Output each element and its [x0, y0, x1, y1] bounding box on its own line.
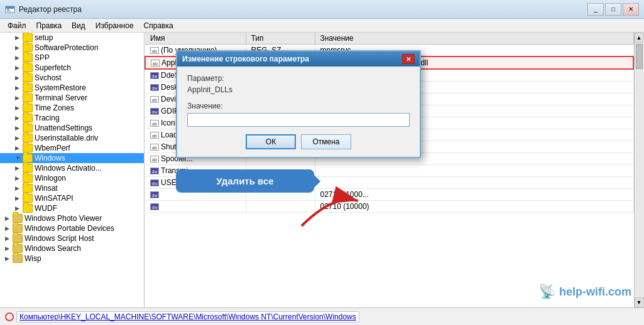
folder-icon	[23, 93, 33, 102]
tree-item-label: Windows Photo Viewer	[25, 214, 102, 223]
tree-item-tracing[interactable]: ▶ Tracing	[0, 113, 144, 123]
sidebar: ▶ setup ▶ SoftwareProtection ▶ SPP ▶ Sup…	[0, 33, 145, 307]
expand-arrow: ▶	[5, 245, 13, 252]
tree-item-label: Time Zones	[35, 104, 74, 112]
tree-item-label: Tracing	[35, 114, 60, 122]
svg-rect-3	[7, 11, 11, 11]
minimize-button[interactable]: _	[587, 3, 604, 16]
folder-icon	[23, 33, 33, 42]
folder-icon	[23, 184, 33, 193]
folder-icon	[13, 244, 23, 253]
tree-item-winlogon[interactable]: ▶ Winlogon	[0, 173, 144, 183]
tree-item-wisp[interactable]: ▶ Wisp	[0, 253, 144, 264]
dialog-title: Изменение строкового параметра	[182, 55, 309, 63]
folder-icon	[13, 234, 23, 243]
folder-icon	[23, 124, 33, 132]
tree-item-spp[interactable]: ▶ SPP	[0, 53, 144, 63]
tree-item-softwareprot[interactable]: ▶ SoftwareProtection	[0, 43, 144, 53]
wifi-icon: 📡	[538, 284, 555, 300]
tree-item-label: UnattendSettings	[35, 124, 92, 132]
tree-item-superfetch[interactable]: ▶ Superfetch	[0, 63, 144, 73]
tree-item-userinstall[interactable]: ▶ Userinstallable.driv	[0, 133, 144, 143]
tree-item-timezones[interactable]: ▶ Time Zones	[0, 103, 144, 113]
folder-icon	[23, 73, 33, 82]
tree-item-label: WbemPerf	[35, 144, 70, 152]
tree-item-wbemperf[interactable]: ▶ WbemPerf	[0, 143, 144, 153]
status-circle-icon	[5, 312, 14, 321]
expand-arrow: ▶	[15, 125, 23, 131]
tree-item-windows[interactable]: ▼ Windows	[0, 153, 144, 163]
window-title: Редактор реестра	[19, 5, 587, 14]
svg-rect-2	[7, 9, 9, 10]
tree-item-winphotoviewer[interactable]: ▶ Windows Photo Viewer	[0, 213, 144, 223]
param-label: Параметр:	[187, 74, 410, 83]
tree-item-terminalserver[interactable]: ▶ Terminal Server	[0, 93, 144, 103]
expand-arrow: ▶	[5, 225, 13, 232]
scrollbar-thumb[interactable]	[636, 44, 643, 69]
ab-icon: ab	[151, 60, 160, 67]
table-row[interactable]: dw02710 (1000...	[145, 189, 633, 201]
table-row[interactable]: dwUSERNe...	[145, 177, 633, 189]
cell-type	[246, 189, 315, 201]
menu-help[interactable]: Справка	[139, 20, 178, 31]
tree-item-wudf[interactable]: ▶ WUDF	[0, 203, 144, 213]
cancel-button[interactable]: Отмена	[301, 134, 351, 149]
tree-item-label: SystemRestore	[35, 83, 86, 92]
string-edit-dialog: Изменение строкового параметра ✕ Парамет…	[176, 50, 421, 158]
ok-button[interactable]: ОК	[246, 134, 296, 149]
folder-icon	[23, 144, 33, 152]
expand-arrow: ▶	[15, 95, 23, 101]
tree-item-label: Windows Activatio...	[35, 164, 102, 173]
folder-icon	[23, 164, 33, 173]
cell-name: Transmi...	[161, 166, 194, 175]
tree-item-label: Windows Search	[25, 244, 81, 253]
title-bar: Редактор реестра _ □ ✕	[0, 0, 644, 19]
tree-item-svchost[interactable]: ▶ Svchost	[0, 73, 144, 83]
expand-arrow: ▶	[5, 255, 13, 262]
tree-item-winsat[interactable]: ▶ Winsat	[0, 183, 144, 193]
dialog-close-button[interactable]: ✕	[402, 54, 415, 64]
tree-item-winsearch[interactable]: ▶ Windows Search	[0, 243, 144, 253]
expand-arrow: ▶	[15, 185, 23, 191]
expand-arrow: ▶	[15, 85, 23, 91]
value-input[interactable]	[187, 113, 410, 127]
tree-item-winsatapi[interactable]: ▶ WinSATAPI	[0, 193, 144, 203]
folder-icon	[23, 174, 33, 183]
menu-view[interactable]: Вид	[67, 20, 90, 31]
cell-value: 02710 (1000...	[315, 189, 633, 201]
col-name: Имя	[145, 33, 246, 45]
dw-icon: dw	[150, 179, 159, 186]
cell-type	[246, 165, 315, 177]
tree-item-systemrestore[interactable]: ▶ SystemRestore	[0, 83, 144, 93]
dw-icon: dw	[150, 84, 159, 91]
ab-icon: ab	[150, 144, 159, 151]
menu-edit[interactable]: Правка	[31, 20, 67, 31]
tree-item-winportable[interactable]: ▶ Windows Portable Devices	[0, 223, 144, 233]
folder-icon	[13, 254, 23, 263]
table-row[interactable]: dw02710 (10000)	[145, 201, 633, 213]
menu-favorites[interactable]: Избранное	[90, 20, 139, 31]
watermark: 📡 help-wifi.com	[538, 284, 631, 300]
app-icon	[5, 4, 15, 14]
tree-item-winactivation[interactable]: ▶ Windows Activatio...	[0, 163, 144, 173]
folder-icon	[13, 214, 23, 223]
watermark-text: help-wifi.com	[559, 285, 631, 299]
close-button[interactable]: ✕	[623, 3, 639, 16]
expand-arrow: ▶	[15, 145, 23, 151]
maximize-button[interactable]: □	[605, 3, 621, 16]
tree-list: ▶ setup ▶ SoftwareProtection ▶ SPP ▶ Sup…	[0, 33, 144, 264]
folder-icon	[13, 224, 23, 233]
expand-arrow: ▶	[15, 205, 23, 211]
tree-item-setup[interactable]: ▶ setup	[0, 33, 144, 43]
tree-item-label: setup	[35, 33, 53, 42]
cell-name: USERNe...	[161, 178, 198, 187]
expand-arrow: ▶	[15, 65, 23, 71]
table-row[interactable]: dwTransmi...	[145, 165, 633, 177]
ab-icon: ab	[150, 47, 159, 54]
menu-file[interactable]: Файл	[3, 20, 31, 31]
vertical-scrollbar[interactable]: ▲ ▼	[634, 33, 644, 307]
tree-item-winscripthost[interactable]: ▶ Windows Script Host	[0, 233, 144, 243]
expand-arrow: ▶	[15, 105, 23, 111]
tree-item-unattend[interactable]: ▶ UnattendSettings	[0, 123, 144, 133]
ab-icon: ab	[150, 132, 159, 139]
